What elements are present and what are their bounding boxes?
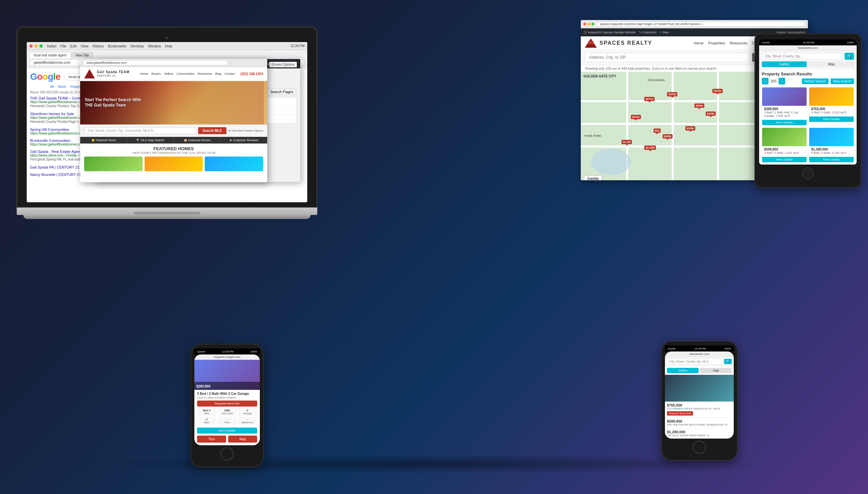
menu-develop[interactable]: Develop [130, 44, 144, 48]
view-more-options[interactable]: ⚙ View More Search Options [228, 129, 263, 132]
footer-featured-homes[interactable]: 🏠 Featured Homes [174, 137, 221, 144]
tablet-prev-btn[interactable]: ‹ [762, 78, 769, 84]
tablet-new-search-btn[interactable]: New Search [831, 78, 854, 84]
phone-left-more-btn[interactable]: More Details [197, 428, 257, 434]
realtor-team-name-text: Gail Spada TEAM [97, 70, 130, 74]
phone-prop-0-request[interactable]: Request More Info [667, 411, 693, 416]
tablet-search-input[interactable] [762, 53, 843, 60]
phone-right-search-input[interactable] [667, 359, 723, 364]
phone-left-tour-btn[interactable]: Tour [197, 436, 226, 442]
tablet-search-btn[interactable]: 🔍 [845, 53, 854, 60]
realtor-search-section: City, Street, County, Zip, Community, ML… [80, 125, 267, 137]
tablet-home-btn[interactable] [802, 167, 814, 179]
spaces-new[interactable]: + New [660, 31, 669, 34]
map-pin-10[interactable]: $1.35M [644, 146, 656, 150]
spaces-minimize[interactable] [588, 23, 590, 25]
browser-tab-new[interactable]: New Tab [72, 52, 93, 58]
macos-topbar: Safari File Edit View History Bookmarks … [27, 42, 307, 50]
phone-left-frame: Carrier 12:36 PM 100% inspyredx.inspyre.… [190, 344, 264, 467]
featured-homes-sub: VIEW HOMES RECOMMENDED BY THE GAIL SPADA… [84, 151, 263, 154]
map-satellite-btn[interactable]: Satellite [584, 175, 602, 180]
map-pin-9[interactable]: $995k [663, 134, 672, 138]
realtor-url-bar[interactable]: www.gailsellfloridahomes.com [83, 60, 228, 65]
hero-people-bg [170, 81, 264, 125]
home-card-3[interactable] [205, 156, 263, 171]
spaces-close[interactable] [584, 23, 586, 25]
minimize-btn[interactable] [34, 44, 38, 48]
footer-customer-reviews[interactable]: ★ Customer Reviews [221, 137, 267, 144]
spaces-address-input[interactable] [585, 53, 750, 62]
phone-right-url[interactable]: listandsellre.com [665, 352, 734, 357]
realtor-nav-home[interactable]: Home [140, 72, 148, 75]
realtor-search-input[interactable]: City, Street, County, Zip, Community, ML… [84, 127, 196, 134]
tablet-card-1-more[interactable]: More Details [809, 116, 854, 122]
tablet-card-3-more[interactable]: More Details [809, 157, 854, 162]
spaces-nav-home[interactable]: Home [694, 41, 703, 45]
stat-year-label: Your Built [218, 412, 236, 415]
tablet-url[interactable]: listandsellre.com [759, 45, 857, 51]
realtor-nav-contact[interactable]: Contact [225, 72, 235, 75]
tablet-card-0-img [762, 88, 807, 106]
map-pin-8[interactable]: $1.1M [622, 140, 631, 144]
phone-left-map-btn[interactable]: Map [228, 436, 257, 442]
phone-left-home-btn[interactable] [220, 447, 234, 461]
google-nav-news[interactable]: News [58, 85, 66, 89]
realtor-nav-communities[interactable]: Communities [177, 72, 195, 75]
spaces-nav-properties[interactable]: Properties [708, 41, 725, 45]
maximize-btn[interactable] [39, 44, 43, 48]
phone-right-home-btn[interactable] [692, 441, 706, 454]
tablet-refine-btn[interactable]: Refine Search [802, 78, 828, 84]
phone-left-request-btn[interactable]: Request More Info [197, 401, 257, 406]
realtor-logo-container: Gail Spada TEAM CENTURY 21 [84, 69, 130, 78]
tablet-gallery-btn[interactable]: Gallery [762, 61, 807, 67]
road-v-3 [717, 72, 719, 180]
phone-left-address: 1234 FL REAL ESTATE STREET [197, 396, 257, 399]
map-pin-4[interactable]: $210k [631, 115, 641, 119]
phone-right-search-btn[interactable]: 🔍 [724, 359, 732, 364]
search-pages-btn[interactable]: Search Pages [267, 89, 296, 95]
tablet-card-0-more[interactable]: More Details [762, 120, 807, 125]
phone-left-url[interactable]: inspyredx.inspyre.com [195, 355, 260, 360]
phone-right-prop-1-desc: 4567 BAYSHORE BOULEVARD, BRADENTON, FL [667, 423, 732, 426]
close-btn[interactable] [30, 44, 33, 48]
google-nav-all[interactable]: All [50, 85, 54, 89]
spaces-wp-site[interactable]: ⬛ InspyreDX Spaces Sample Website [584, 31, 635, 34]
map-pin-0[interactable]: $271k [644, 97, 654, 101]
map-pin-6[interactable]: $394k [706, 112, 716, 116]
browser-tab-active[interactable]: local real estate agent [30, 52, 71, 58]
realtor-nav-sellers[interactable]: Sellers [164, 72, 174, 75]
menu-edit[interactable]: Edit [70, 44, 76, 48]
menu-bookmarks[interactable]: Bookmarks [108, 44, 126, 48]
stat-year: 1982 Your Built [217, 408, 237, 416]
realtor-nav-blog[interactable]: Blog [216, 72, 221, 75]
map-pin-1[interactable]: $375k [667, 92, 677, 96]
map-pin-2[interactable]: $299k [694, 103, 704, 108]
menu-history[interactable]: History [93, 44, 104, 48]
phone-right-prop-0-desc: 123 HARBOR DRIVE SARASOTA, FL 34231 [667, 407, 732, 410]
menu-help[interactable]: Help [165, 44, 173, 48]
home-card-1[interactable] [84, 156, 143, 171]
tablet-next-btn[interactable]: › [778, 78, 785, 84]
phone-gallery-btn[interactable]: Gallery [667, 368, 699, 373]
spaces-customize[interactable]: ✎ Customize [639, 31, 657, 34]
menu-window[interactable]: Window [148, 44, 161, 48]
realtor-search-btn[interactable]: Search MLS [198, 127, 226, 134]
tablet-map-btn[interactable]: Map [809, 61, 854, 67]
home-card-2[interactable] [145, 156, 203, 171]
map-pin-7[interactable]: $199k [685, 126, 695, 131]
menu-view[interactable]: View [80, 44, 89, 48]
menu-file[interactable]: File [60, 44, 67, 48]
realtor-nav-buyers[interactable]: Buyers [151, 72, 161, 75]
footer-mls-search[interactable]: 🔍 MLS Map Search [127, 137, 174, 144]
spaces-nav-resources[interactable]: Resources [730, 41, 747, 45]
tablet-card-2-more[interactable]: More Details [762, 157, 807, 162]
footer-featured-tours[interactable]: ⭐ Featured Tours [80, 137, 127, 144]
spaces-maximize[interactable] [591, 23, 594, 25]
map-pin-3[interactable]: $315k [713, 89, 722, 93]
phone-map-btn[interactable]: Map [700, 368, 732, 373]
google-nav-images[interactable]: Images [70, 85, 81, 89]
menu-safari[interactable]: Safari [47, 44, 56, 48]
map-pin-5[interactable]: $2k [653, 129, 661, 133]
realtor-nav-resources[interactable]: Resources [198, 72, 212, 75]
spaces-url-bar[interactable]: spaces.inspyredx.com/mls-map/?origin=-27… [596, 21, 805, 27]
